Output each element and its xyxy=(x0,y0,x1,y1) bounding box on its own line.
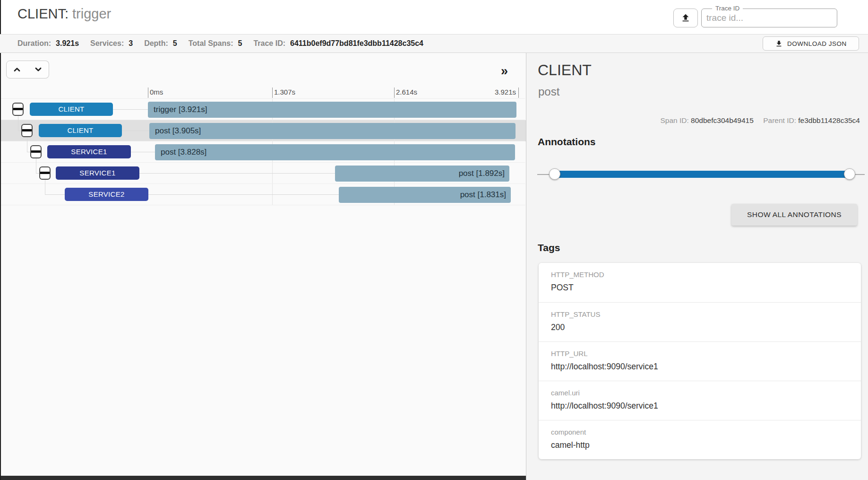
download-json-label: DOWNLOAD JSON xyxy=(787,40,847,47)
service-badge[interactable]: SERVICE1 xyxy=(56,166,139,180)
ruler-label: 0ms xyxy=(150,88,163,96)
service-badge[interactable]: CLIENT xyxy=(39,124,122,137)
tag-value: http://localhost:9090/service1 xyxy=(551,401,658,411)
ruler-tick xyxy=(272,87,273,98)
slider-handle-right[interactable] xyxy=(844,168,855,180)
tag-value: camel-http xyxy=(551,440,590,450)
tag-row: HTTP_METHOD POST xyxy=(539,263,861,302)
row-divider xyxy=(1,120,525,120)
tag-row: camel.uri http://localhost:9090/service1 xyxy=(539,381,861,420)
ruler-tick xyxy=(518,87,519,98)
tree-connector xyxy=(18,131,21,131)
timeline-scrollbar[interactable] xyxy=(1,476,526,480)
tree-connector xyxy=(36,173,39,174)
span-id-value: 80dbefc304b49415 xyxy=(691,116,754,124)
detail-span-name: post xyxy=(538,85,559,98)
annotations-heading: Annotations xyxy=(538,136,595,148)
slider-handle-left[interactable] xyxy=(549,168,560,180)
detail-service-name: CLIENT xyxy=(538,61,592,79)
tree-connector xyxy=(131,152,155,152)
summary-duration: Duration: 3.921s xyxy=(17,39,79,48)
tag-row: HTTP_STATUS 200 xyxy=(539,302,861,341)
row-divider xyxy=(1,205,525,205)
span-bar[interactable]: trigger [3.921s] xyxy=(148,102,516,118)
summary-total-spans: Total Spans: 5 xyxy=(189,39,242,48)
chevron-up-icon xyxy=(13,65,21,74)
upload-trace-button[interactable] xyxy=(673,9,698,27)
parent-id-label: Parent ID: xyxy=(763,116,796,124)
span-bar[interactable]: post [1.831s] xyxy=(339,187,511,203)
scroll-down-button[interactable] xyxy=(27,61,49,79)
upload-icon xyxy=(680,13,691,23)
collapse-toggle-icon[interactable] xyxy=(30,145,42,158)
title-span-name: trigger xyxy=(72,6,111,21)
trace-viewer-app: CLIENT: trigger Trace ID Duration: 3.921… xyxy=(0,0,868,480)
chevron-down-icon xyxy=(34,65,43,74)
page-title: CLIENT: trigger xyxy=(17,6,111,22)
span-ids-line: Span ID: 80dbefc304b49415 Parent ID: fe3… xyxy=(538,116,860,125)
double-chevron-right-icon: » xyxy=(501,64,508,78)
tree-connector xyxy=(122,131,149,131)
tag-key: component xyxy=(551,428,586,436)
summary-trace-id: Trace ID: 6411b0ef9d77bd81fe3dbb11428c35… xyxy=(253,39,423,48)
span-bar[interactable]: post [3.828s] xyxy=(155,144,515,160)
collapse-toggle-icon[interactable] xyxy=(21,124,33,137)
ruler-label: 3.921s xyxy=(491,88,516,96)
tree-connector xyxy=(113,109,148,110)
tag-value: http://localhost:9090/service1 xyxy=(551,362,658,372)
tag-key: HTTP_METHOD xyxy=(551,271,604,279)
span-id-label: Span ID: xyxy=(660,116,688,124)
summary-depth: Depth: 5 xyxy=(144,39,177,48)
download-json-button[interactable]: DOWNLOAD JSON xyxy=(763,36,859,51)
tags-card: HTTP_METHOD POST HTTP_STATUS 200 HTTP_UR… xyxy=(539,263,861,459)
service-badge[interactable]: SERVICE2 xyxy=(65,188,148,201)
show-all-annotations-button[interactable]: SHOW ALL ANNOTATIONS xyxy=(731,204,857,226)
tree-connector xyxy=(27,152,30,152)
tree-connector xyxy=(139,173,335,174)
tag-row: HTTP_URL http://localhost:9090/service1 xyxy=(539,341,861,381)
ruler-label: 2.614s xyxy=(396,88,417,96)
service-badge[interactable]: SERVICE1 xyxy=(47,145,131,158)
tag-key: HTTP_STATUS xyxy=(551,310,600,318)
collapse-toggle-icon[interactable] xyxy=(12,103,24,116)
tree-connector xyxy=(36,158,36,174)
tree-connector xyxy=(27,137,27,152)
annotations-slider-track[interactable] xyxy=(553,171,851,178)
trace-summary-bar: Duration: 3.921s Services: 3 Depth: 5 To… xyxy=(0,34,868,53)
tag-key: camel.uri xyxy=(551,389,580,397)
collapse-toggle-icon[interactable] xyxy=(39,166,51,180)
parent-id-value: fe3dbb11428c35c4 xyxy=(798,116,860,124)
summary-services: Services: 3 xyxy=(90,39,133,48)
title-service-name: CLIENT xyxy=(17,6,65,21)
trace-id-field: Trace ID xyxy=(701,9,837,27)
tree-connector xyxy=(45,194,65,195)
tree-connector xyxy=(148,194,339,195)
tag-value: POST xyxy=(551,283,574,293)
download-icon xyxy=(775,40,783,48)
ruler-label: 1.307s xyxy=(274,88,295,96)
expand-detail-button[interactable]: » xyxy=(501,64,508,79)
ruler-tick xyxy=(394,87,395,98)
title-separator: : xyxy=(65,6,72,21)
span-bar[interactable]: post [3.905s] xyxy=(149,123,516,139)
row-divider xyxy=(1,183,525,184)
row-divider xyxy=(1,98,525,99)
ruler-tick xyxy=(148,87,148,98)
tags-heading: Tags xyxy=(538,242,560,253)
tree-connector xyxy=(18,116,18,131)
tag-row: component camel-http xyxy=(539,420,861,459)
row-divider xyxy=(1,141,525,141)
service-badge[interactable]: CLIENT xyxy=(30,103,113,116)
tree-connector xyxy=(45,180,45,195)
trace-id-input[interactable] xyxy=(706,10,832,26)
tag-value: 200 xyxy=(551,323,565,332)
tag-key: HTTP_URL xyxy=(551,349,588,358)
scroll-up-button[interactable] xyxy=(6,61,28,79)
row-divider xyxy=(1,162,525,163)
span-bar[interactable]: post [1.892s] xyxy=(335,166,509,182)
